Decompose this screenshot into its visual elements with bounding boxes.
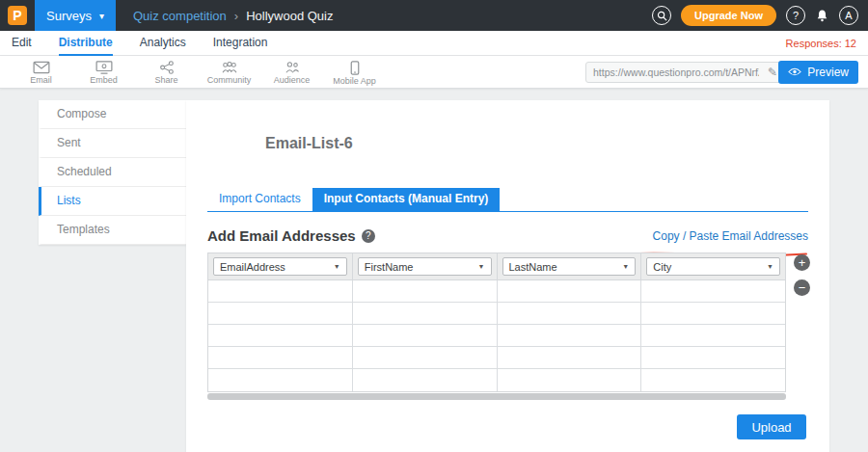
- channel-share[interactable]: Share: [135, 59, 198, 86]
- distribute-channels: Email Embed Share Community Audience Mob…: [10, 59, 386, 86]
- table-cell-input[interactable]: [498, 347, 642, 368]
- table-cell-input[interactable]: [208, 369, 353, 391]
- share-icon: [159, 61, 175, 74]
- breadcrumb-current-page: Hollywood Quiz: [246, 9, 333, 23]
- dropdown-caret-icon: ▼: [767, 263, 773, 270]
- table-cell-input[interactable]: [641, 347, 785, 368]
- dropdown-caret-icon: ▼: [334, 263, 340, 270]
- table-cell-input[interactable]: [208, 303, 353, 324]
- column-dropdown-city[interactable]: City ▼: [646, 257, 780, 276]
- breadcrumb-survey-link[interactable]: Quiz competition: [133, 9, 227, 23]
- channel-label: Mobile App: [333, 76, 376, 86]
- column-header-cell: FirstName ▼: [353, 253, 498, 279]
- column-dropdown-emailaddress[interactable]: EmailAddress ▼: [213, 257, 347, 276]
- survey-nav-tabs: Edit Distribute Analytics Integration: [12, 31, 267, 56]
- sidebar-item-templates[interactable]: Templates: [39, 216, 186, 245]
- channel-label: Share: [154, 75, 177, 85]
- table-row: [208, 303, 785, 325]
- help-circle-icon[interactable]: ?: [786, 6, 805, 25]
- sidebar-item-sent[interactable]: Sent: [39, 129, 186, 158]
- surveys-menu-button[interactable]: Surveys ▾: [35, 0, 116, 31]
- table-cell-input[interactable]: [641, 369, 785, 391]
- horizontal-scrollbar[interactable]: [207, 393, 786, 400]
- email-list-panel: Email-List-6 Import Contacts Input Conta…: [186, 100, 829, 452]
- survey-url-input[interactable]: [586, 66, 763, 78]
- dropdown-value: FirstName: [365, 261, 414, 273]
- topbar: P Surveys ▾ Quiz competition › Hollywood…: [0, 0, 868, 31]
- sidebar-item-scheduled[interactable]: Scheduled: [39, 158, 186, 187]
- add-email-section: Add Email Addresses? Copy / Paste Email …: [207, 227, 808, 247]
- column-dropdown-lastname[interactable]: LastName ▼: [502, 257, 637, 276]
- table-cell-input[interactable]: [641, 280, 785, 302]
- table-cell-input[interactable]: [353, 325, 498, 346]
- table-row: [208, 369, 785, 391]
- contact-table: EmailAddress ▼ FirstName ▼ LastName ▼: [207, 253, 786, 392]
- table-row: [208, 280, 785, 303]
- table-cell-input[interactable]: [641, 303, 785, 324]
- page-title: Email-List-6: [265, 135, 353, 152]
- survey-nav: Edit Distribute Analytics Integration Re…: [0, 31, 868, 56]
- column-header-cell: LastName ▼: [498, 253, 642, 279]
- table-cell-input[interactable]: [498, 325, 642, 346]
- contacts-tabs: Import Contacts Input Contacts (Manual E…: [207, 188, 500, 211]
- tab-edit[interactable]: Edit: [12, 31, 32, 56]
- table-cell-input[interactable]: [208, 347, 353, 368]
- questionpro-logo[interactable]: P: [8, 6, 27, 25]
- preview-button[interactable]: Preview: [778, 61, 858, 84]
- channel-label: Community: [207, 75, 252, 85]
- dropdown-value: EmailAddress: [220, 261, 285, 273]
- column-dropdown-firstname[interactable]: FirstName ▼: [358, 257, 492, 276]
- dropdown-caret-icon: ▼: [478, 263, 485, 270]
- sidebar-item-compose[interactable]: Compose: [39, 100, 186, 129]
- table-cell-input[interactable]: [498, 280, 642, 302]
- sidebar-item-lists[interactable]: Lists: [39, 187, 186, 216]
- audience-icon: [284, 61, 301, 74]
- channel-mobile-app[interactable]: Mobile App: [323, 59, 386, 86]
- tab-distribute[interactable]: Distribute: [59, 31, 113, 56]
- table-cell-input[interactable]: [498, 303, 642, 324]
- table-row: [208, 347, 785, 369]
- table-row: [208, 325, 785, 347]
- table-cell-input[interactable]: [353, 303, 498, 324]
- add-row-button[interactable]: +: [794, 254, 810, 271]
- community-icon: [221, 61, 238, 74]
- tab-input-contacts-manual[interactable]: Input Contacts (Manual Entry): [312, 188, 501, 211]
- table-cell-input[interactable]: [208, 325, 353, 346]
- contact-table-body: [208, 280, 785, 391]
- responses-count[interactable]: Responses: 12: [786, 38, 856, 49]
- channel-audience[interactable]: Audience: [260, 59, 323, 86]
- table-cell-input[interactable]: [353, 369, 498, 391]
- dropdown-value: LastName: [509, 261, 557, 273]
- copy-paste-email-link[interactable]: Copy / Paste Email Addresses: [653, 229, 808, 243]
- channel-label: Embed: [90, 75, 118, 85]
- breadcrumb: Quiz competition › Hollywood Quiz: [133, 9, 334, 23]
- upload-button[interactable]: Upload: [737, 414, 806, 439]
- notifications-bell-icon[interactable]: [815, 9, 829, 23]
- help-icon[interactable]: ?: [362, 229, 375, 243]
- channel-email[interactable]: Email: [10, 59, 72, 86]
- contact-table-header: EmailAddress ▼ FirstName ▼ LastName ▼: [208, 253, 785, 280]
- survey-url-group: ✎: [585, 62, 783, 83]
- topbar-actions: Upgrade Now ? A: [652, 0, 858, 31]
- tabs-underline: [207, 211, 808, 212]
- table-cell-input[interactable]: [641, 325, 785, 346]
- email-sidebar: Compose Sent Scheduled Lists Templates: [39, 100, 186, 245]
- upgrade-now-button[interactable]: Upgrade Now: [681, 5, 776, 26]
- chevron-down-icon: ▾: [99, 11, 104, 21]
- column-header-cell: City ▼: [641, 253, 785, 279]
- preview-label: Preview: [807, 66, 849, 79]
- table-cell-input[interactable]: [353, 280, 498, 302]
- table-cell-input[interactable]: [498, 369, 642, 391]
- channel-community[interactable]: Community: [198, 59, 260, 86]
- channel-label: Audience: [274, 75, 311, 85]
- user-avatar[interactable]: A: [839, 6, 858, 25]
- table-cell-input[interactable]: [208, 280, 353, 302]
- row-controls: + −: [794, 254, 810, 296]
- table-cell-input[interactable]: [353, 347, 498, 368]
- tab-integration[interactable]: Integration: [213, 31, 268, 56]
- tab-import-contacts[interactable]: Import Contacts: [207, 188, 312, 211]
- search-icon[interactable]: [652, 6, 671, 25]
- tab-analytics[interactable]: Analytics: [140, 31, 186, 56]
- remove-row-button[interactable]: −: [794, 279, 810, 296]
- channel-embed[interactable]: Embed: [72, 59, 135, 86]
